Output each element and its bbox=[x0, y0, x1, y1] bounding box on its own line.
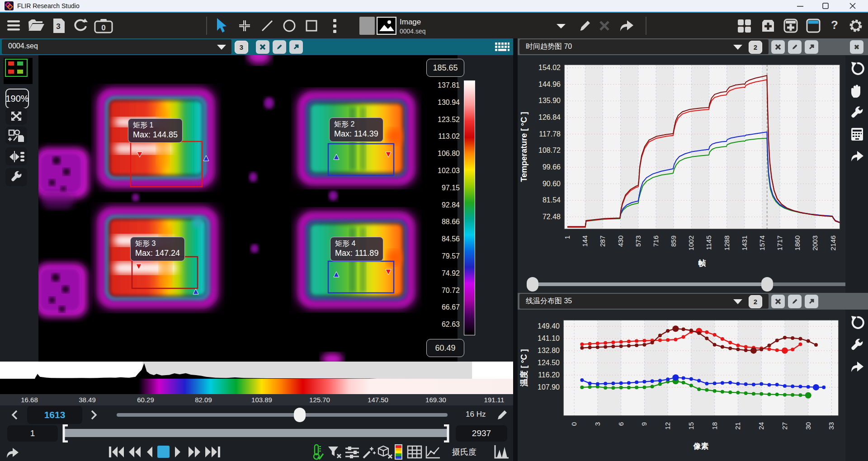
prev-frame-button[interactable] bbox=[10, 409, 20, 421]
histogram-chart-icon[interactable] bbox=[494, 444, 510, 460]
mirror-layout-button[interactable] bbox=[5, 147, 27, 165]
trend-settings-wrench-icon[interactable] bbox=[849, 105, 865, 121]
image-panel-close-button[interactable] bbox=[256, 40, 269, 54]
trend-panel-close-button[interactable] bbox=[771, 40, 785, 54]
profile-panel-popout-button[interactable] bbox=[805, 295, 818, 308]
refresh-icon[interactable] bbox=[71, 18, 90, 34]
range-end-box[interactable]: 2937 bbox=[456, 425, 507, 442]
rewind-button[interactable] bbox=[127, 445, 143, 459]
trend-calculator-icon[interactable] bbox=[850, 127, 864, 142]
image-thumb-icon[interactable] bbox=[377, 17, 396, 35]
next-frame-button[interactable] bbox=[89, 409, 99, 421]
panel-divider[interactable] bbox=[513, 38, 518, 461]
image-settings-wrench-button[interactable] bbox=[5, 168, 27, 186]
profile-reset-icon[interactable] bbox=[849, 315, 865, 330]
adjustments-icon[interactable] bbox=[344, 446, 360, 459]
profile-export-icon[interactable] bbox=[849, 359, 866, 374]
maximize-button[interactable] bbox=[820, 2, 831, 10]
remove-3d-icon[interactable] bbox=[377, 445, 393, 460]
trend-slider-handle-left[interactable] bbox=[527, 277, 538, 292]
export-source-icon[interactable] bbox=[618, 18, 636, 34]
trend-remove-view-button[interactable] bbox=[850, 40, 863, 54]
layer-thumb[interactable] bbox=[359, 17, 375, 35]
trend-chart-icon[interactable] bbox=[425, 445, 441, 460]
close-source-icon[interactable] bbox=[598, 19, 611, 32]
current-frame-box[interactable]: 1613 bbox=[27, 406, 82, 424]
magic-wand-icon[interactable] bbox=[362, 445, 376, 460]
trend-panel-popout-button[interactable] bbox=[805, 40, 818, 54]
fast-forward-button[interactable] bbox=[186, 445, 203, 459]
image-panel-popout-button[interactable] bbox=[289, 40, 303, 54]
histogram[interactable] bbox=[0, 362, 513, 379]
scale-gradient-bar[interactable] bbox=[464, 80, 475, 335]
frame-slider-track[interactable] bbox=[117, 413, 448, 417]
more-tools-icon[interactable] bbox=[331, 18, 338, 34]
unit-label[interactable]: 摄氏度 bbox=[452, 447, 476, 457]
help-icon[interactable]: ? bbox=[831, 18, 838, 32]
ellipse-tool-icon[interactable] bbox=[282, 19, 297, 33]
add-window-icon[interactable] bbox=[783, 18, 798, 33]
settings-gear-icon[interactable] bbox=[848, 18, 863, 33]
thermal-canvas[interactable] bbox=[38, 55, 458, 362]
select-tool-icon[interactable] bbox=[214, 17, 228, 34]
edit-source-icon[interactable] bbox=[578, 19, 592, 33]
trend-panel-dropdown-icon[interactable] bbox=[732, 43, 743, 51]
trend-slider-handle-right[interactable] bbox=[761, 277, 773, 292]
active-window-icon[interactable] bbox=[806, 18, 821, 33]
open-file-icon[interactable] bbox=[27, 18, 46, 33]
rectangle-tool-icon[interactable] bbox=[305, 19, 318, 33]
trend-reset-icon[interactable] bbox=[849, 61, 865, 76]
skip-end-button[interactable] bbox=[203, 445, 222, 459]
keyboard-icon[interactable] bbox=[495, 42, 510, 52]
frame-rate-edit-icon[interactable] bbox=[495, 408, 509, 422]
svg-text:430: 430 bbox=[617, 235, 624, 247]
menu-icon[interactable] bbox=[6, 19, 23, 33]
range-start-box[interactable]: 1 bbox=[7, 425, 58, 442]
scale-max-box[interactable]: 185.65 bbox=[426, 59, 464, 77]
svg-text:124.50: 124.50 bbox=[538, 359, 560, 367]
stop-button[interactable] bbox=[157, 446, 170, 458]
spot-tool-icon[interactable] bbox=[238, 19, 251, 33]
trend-pan-hand-icon[interactable] bbox=[849, 83, 865, 99]
line-tool-icon[interactable] bbox=[260, 19, 274, 33]
step-back-button[interactable] bbox=[144, 445, 155, 459]
layout-grid-icon[interactable] bbox=[737, 19, 752, 33]
range-row: 1 2937 bbox=[0, 424, 513, 442]
export-frame-icon[interactable] bbox=[5, 445, 22, 460]
span-gradient-bar[interactable] bbox=[0, 379, 513, 394]
range-slider-track[interactable] bbox=[63, 429, 448, 437]
table-icon[interactable] bbox=[407, 445, 423, 460]
frame-slider-thumb[interactable] bbox=[294, 408, 306, 422]
palette-icon[interactable] bbox=[394, 444, 403, 461]
trend-export-icon[interactable] bbox=[849, 149, 866, 163]
copy-measurements-button[interactable] bbox=[5, 127, 27, 145]
scale-tick: 123.52 bbox=[438, 116, 460, 124]
profile-chart-svg[interactable]: 149.40141.10132.80124.50116.20107.900369… bbox=[518, 310, 845, 461]
trend-panel-edit-button[interactable] bbox=[788, 40, 802, 54]
add-view-icon[interactable] bbox=[760, 18, 776, 33]
zoom-level-button[interactable]: 190% bbox=[5, 89, 29, 108]
navigator-thumbnail[interactable] bbox=[4, 58, 33, 84]
scale-ticks: 137.81130.94123.52113.02106.80102.0397.1… bbox=[407, 81, 460, 334]
image-panel-dropdown-icon[interactable] bbox=[216, 43, 227, 51]
selector-dropdown-icon[interactable] bbox=[555, 22, 567, 30]
minimize-button[interactable] bbox=[795, 3, 806, 9]
skip-start-button[interactable] bbox=[108, 445, 126, 459]
profile-panel-close-button[interactable] bbox=[771, 295, 785, 308]
image-panel-edit-button[interactable] bbox=[273, 40, 286, 54]
range-start-handle[interactable] bbox=[61, 424, 70, 442]
scale-min-box[interactable]: 60.49 bbox=[426, 339, 464, 357]
camera-snapshot-icon[interactable]: 0 bbox=[94, 18, 114, 33]
trend-chart-svg[interactable]: 154.02144.96135.90126.84117.78108.7299.6… bbox=[518, 55, 845, 276]
thermometer-check-icon[interactable] bbox=[311, 444, 324, 460]
play-button[interactable] bbox=[173, 445, 184, 459]
range-end-handle[interactable] bbox=[442, 424, 450, 442]
document-count-icon[interactable]: 3 bbox=[52, 18, 67, 34]
filter-remove-icon[interactable] bbox=[327, 445, 343, 460]
profile-panel-edit-button[interactable] bbox=[788, 295, 802, 308]
profile-settings-wrench-icon[interactable] bbox=[849, 338, 865, 353]
fit-to-window-button[interactable] bbox=[5, 108, 27, 125]
trend-slider-active-track[interactable] bbox=[533, 282, 767, 286]
close-button[interactable] bbox=[847, 2, 858, 10]
profile-panel-dropdown-icon[interactable] bbox=[732, 298, 743, 305]
